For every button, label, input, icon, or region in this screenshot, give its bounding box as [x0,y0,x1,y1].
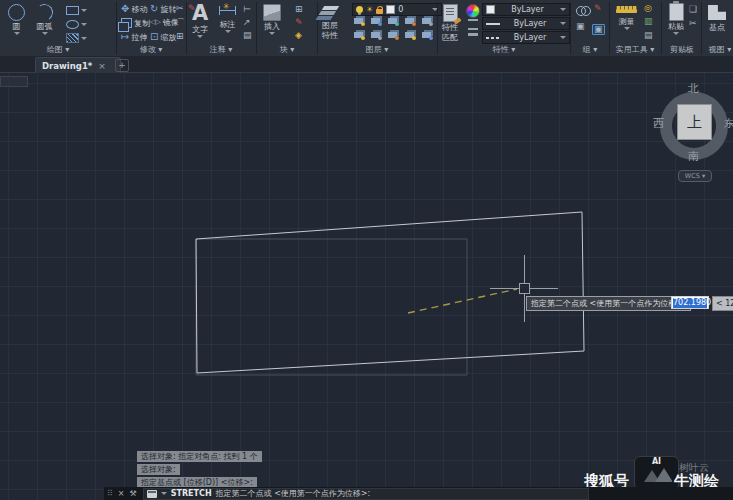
command-history-line: 选择对象: [137,464,180,475]
array-icon: ⊞ [176,32,184,41]
arc-button[interactable]: 圆弧 [36,4,53,35]
viewport-control-clipped[interactable] [0,76,28,87]
chevron-down-icon [42,32,48,35]
panel-divider [256,2,257,54]
panel-label-clipboard[interactable]: 剪贴板 [662,44,702,55]
layer-tool-icon [422,18,431,24]
drawing-canvas[interactable] [0,73,733,500]
trim-button[interactable]: ✂ [176,4,184,13]
chevron-down-icon [560,36,566,39]
object-color-select[interactable]: ByLayer [482,3,570,16]
viewcube-north[interactable]: 北 [688,81,699,96]
stretch-button[interactable]: ↦拉伸 [121,32,147,42]
layer-select[interactable]: ☀ 0 [352,3,442,16]
ellipse-button[interactable] [66,20,87,29]
panel-label-modify[interactable]: 修改 ▾ [117,44,185,55]
viewcube-west[interactable]: 西 [653,116,664,131]
panel-divider [437,2,438,54]
viewcube-south[interactable]: 南 [688,149,699,164]
block-def-button[interactable]: ◈ [295,31,302,40]
copy-clip-button[interactable]: ❏ [689,5,697,14]
array-button[interactable]: ⊞ [176,32,184,41]
ruler-icon [616,6,637,13]
color-swatch [486,5,495,14]
dynamic-input-field[interactable]: 702.1980 [671,296,709,309]
table-button[interactable]: ▤ [243,31,252,40]
block-attr-button[interactable]: ✎ [295,18,303,27]
group-edit-button[interactable]: ✎ [594,4,602,13]
chevron-down-icon [14,32,20,35]
grip-dots-icon[interactable]: ⠿ [107,489,113,498]
calculator-button[interactable]: ▤ [644,31,653,40]
basepoint-button[interactable]: 基点 [708,5,726,32]
copy-button[interactable]: 复制 [121,18,150,28]
hatch-button[interactable] [66,33,87,43]
recent-commands-icon[interactable] [147,490,157,498]
copy-clip-icon: ❏ [689,5,697,14]
dynamic-input-angle[interactable]: < 12 [712,296,733,311]
insert-block-button[interactable]: 插入 [263,4,281,35]
panel-label-layer[interactable]: 图层 ▾ [340,44,414,55]
layer-tools-row1[interactable] [354,18,431,24]
calculator-icon: ▤ [644,31,653,40]
fillet-button[interactable]: ⌒ [176,18,185,27]
mirror-icon: ◁▷ [150,18,161,27]
group-button[interactable] [576,6,590,15]
layer-tool-icon [405,18,414,24]
dim-linear-button[interactable]: ⊢ [243,5,251,14]
move-button[interactable]: ✥移动 [121,4,147,14]
rotate-button[interactable]: ↻旋转 [150,4,176,14]
circle-button[interactable]: 圆 [8,4,25,35]
text-button[interactable]: A 文字 [192,2,208,38]
id-point-button[interactable]: ▥ [644,17,653,26]
block-edit-button[interactable]: ⊞ [295,5,303,14]
viewcube-east[interactable]: 东 [724,116,733,131]
cut-clip-button[interactable]: ✂ [689,19,697,28]
quick-select-button[interactable]: ◎ [644,4,652,13]
ungroup-button[interactable]: ▣ [576,22,585,31]
measure-button[interactable]: 测量 [616,6,637,30]
command-input[interactable]: STRETCH 指定第二个点或 <使用第一个点作为位移>: [143,488,589,500]
wcs-dropdown[interactable]: WCS ▾ [678,170,712,182]
close-command-icon[interactable]: × [118,489,125,498]
chevron-down-icon [161,492,167,495]
ellipse-icon [66,20,79,29]
scale-button[interactable]: ⊡缩放 [150,32,176,42]
chevron-down-icon [81,37,87,40]
ai-logo-text: AI [652,457,661,467]
new-tab-button[interactable]: + [115,59,129,72]
dynamic-input-prompt: 指定第二个点或 <使用第一个点作为位移>: [526,296,691,311]
block-attr-icon: ✎ [295,18,303,27]
chevron-down-icon [81,23,87,26]
tab-drawing1[interactable]: Drawing1* × [35,57,121,73]
ribbon: 圆 圆弧 ✥移动 复制 ↦拉伸 ↻旋转 ◁▷镜像 ⊡缩放 ✂ ⌒ ⊞ ✎ A 文… [0,0,733,57]
leader-button[interactable]: ↗ [243,18,251,27]
lineweight-select[interactable]: ByLayer [482,17,570,30]
viewcube-top-face[interactable]: 上 [677,104,712,140]
customize-wrench-icon[interactable]: ⚒ [130,489,137,498]
paste-button[interactable]: 粘贴 [668,3,684,35]
mirror-button[interactable]: ◁▷镜像 [150,18,179,27]
tab-close-icon[interactable]: × [98,61,106,71]
linetype-select[interactable]: ByLayer [482,31,570,44]
dimension-button[interactable]: ✳ 标注 [219,6,236,33]
panel-label-annotate[interactable]: 注释 ▾ [188,44,254,55]
panel-label-block[interactable]: 块 ▾ [258,44,316,55]
panel-label-draw[interactable]: 绘图 ▾ [20,44,96,55]
trim-icon: ✂ [176,4,184,13]
chevron-down-icon [624,27,630,30]
layer-tool-icon [354,32,363,38]
layer-tool-icon [405,32,414,38]
layers-icon [321,6,338,10]
layer-tools-row2[interactable] [354,32,431,38]
panel-label-group[interactable]: 组 ▾ [572,44,608,55]
layer-properties-button[interactable]: 图层 特性 [322,6,338,40]
autocad-window: 圆 圆弧 ✥移动 复制 ↦拉伸 ↻旋转 ◁▷镜像 ⊡缩放 ✂ ⌒ ⊞ ✎ A 文… [0,0,733,500]
panel-label-utilities[interactable]: 实用工具 ▾ [608,44,662,55]
panel-label-properties[interactable]: 特性 ▾ [467,44,541,55]
layer-on-bulb-icon [356,6,363,13]
panel-label-view[interactable]: 视图 ▾ [703,44,733,55]
rectangle-button[interactable] [66,6,87,15]
match-properties-button[interactable]: 特性 匹配 [442,4,458,42]
group-selection-toggle[interactable]: ▣ [592,24,605,35]
